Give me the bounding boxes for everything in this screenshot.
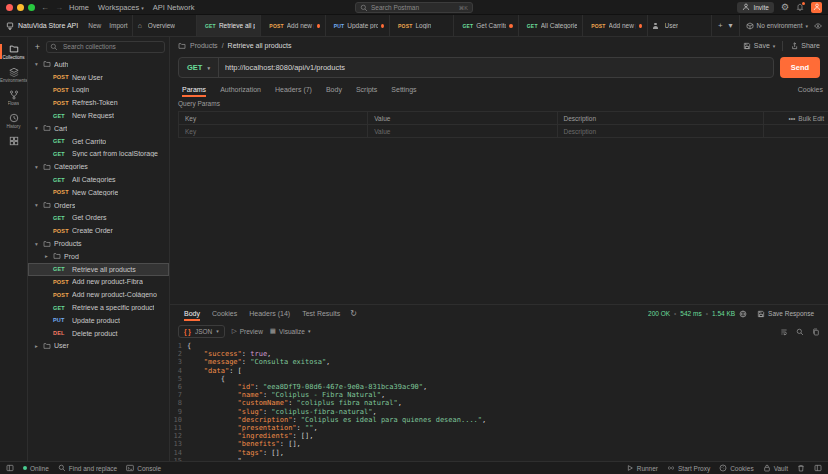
- save-button[interactable]: Save ▾: [743, 42, 775, 50]
- preview-button[interactable]: ▷ Preview: [232, 327, 263, 335]
- wrap-text-icon[interactable]: [780, 322, 788, 340]
- network-info-icon[interactable]: [739, 309, 747, 317]
- tree-item[interactable]: Cart: [28, 122, 169, 135]
- sidebar-toggle-icon[interactable]: [6, 464, 14, 472]
- expand-collapse-icon[interactable]: [33, 202, 40, 208]
- tree-item[interactable]: POST Refresh-Token: [28, 96, 169, 109]
- visualize-button[interactable]: ▦ Visualize ▾: [270, 327, 311, 335]
- invite-button[interactable]: Invite: [737, 2, 774, 13]
- request-config-tab[interactable]: Params: [175, 83, 213, 96]
- search-in-body-icon[interactable]: [796, 322, 804, 340]
- two-pane-layout-icon[interactable]: [814, 464, 822, 472]
- tree-item[interactable]: POST Add new product-Colágeno: [28, 288, 169, 301]
- tree-item[interactable]: GET Retrieve all products: [28, 263, 169, 276]
- tree-item[interactable]: POST Create Order: [28, 224, 169, 237]
- request-tab[interactable]: GET Retrieve all produ: [197, 15, 261, 36]
- save-response-button[interactable]: Save Response: [751, 309, 820, 319]
- collections-search-input[interactable]: [61, 42, 161, 51]
- tree-item[interactable]: Auth: [28, 58, 169, 71]
- settings-gear-icon[interactable]: ⚙: [781, 3, 789, 12]
- request-tab[interactable]: POST Login: [390, 15, 454, 36]
- cookies-button[interactable]: Cookies: [719, 464, 753, 472]
- online-status[interactable]: Online: [23, 465, 49, 472]
- method-select[interactable]: GET ▾: [179, 58, 219, 77]
- param-value-input[interactable]: Value: [368, 125, 557, 137]
- close-window-button[interactable]: [6, 4, 13, 11]
- environment-quick-look-icon[interactable]: [814, 17, 822, 35]
- rail-item-collections[interactable]: Collections: [0, 40, 27, 63]
- workspace-switcher[interactable]: NatuVida Store API: [0, 15, 84, 36]
- tree-item[interactable]: GET New Request: [28, 109, 169, 122]
- minimize-window-button[interactable]: [17, 4, 24, 11]
- tree-item[interactable]: POST New Categorie: [28, 186, 169, 199]
- start-proxy-button[interactable]: Start Proxy: [667, 464, 710, 472]
- trash-button[interactable]: [797, 464, 805, 472]
- menu-api-network[interactable]: API Network: [153, 3, 195, 12]
- tree-item[interactable]: GET Sync cart from localStorage: [28, 148, 169, 161]
- rail-item-environments[interactable]: Environments: [0, 63, 27, 86]
- tree-item[interactable]: Orders: [28, 199, 169, 212]
- response-body-code[interactable]: 1{2 "success": true,3 "message": "Consul…: [170, 340, 828, 461]
- vault-button[interactable]: Vault: [763, 464, 788, 472]
- tree-item[interactable]: User: [28, 340, 169, 353]
- import-button[interactable]: Import: [105, 15, 131, 36]
- request-tab[interactable]: GET All Categories: [519, 15, 583, 36]
- rail-item-more[interactable]: [0, 132, 27, 149]
- tree-item[interactable]: PUT Update product: [28, 314, 169, 327]
- tree-item[interactable]: GET Get Orders: [28, 212, 169, 225]
- expand-collapse-icon[interactable]: [33, 164, 40, 170]
- menu-home[interactable]: Home: [69, 3, 89, 12]
- back-icon[interactable]: ←: [41, 3, 49, 12]
- forward-icon[interactable]: →: [55, 3, 63, 12]
- runner-button[interactable]: Runner: [626, 464, 658, 472]
- tree-item[interactable]: Products: [28, 237, 169, 250]
- rail-item-flows[interactable]: Flows: [0, 86, 27, 109]
- find-replace-button[interactable]: Find and replace: [58, 464, 117, 472]
- tree-item[interactable]: POST Add new product-Fibra: [28, 276, 169, 289]
- param-description-input[interactable]: Description: [558, 125, 764, 137]
- bulk-edit-button[interactable]: ••• Bulk Edit: [764, 112, 828, 124]
- request-tab[interactable]: User: [648, 15, 712, 36]
- add-collection-button[interactable]: +: [32, 42, 43, 52]
- request-tab[interactable]: POST Add new produc: [261, 15, 325, 36]
- maximize-window-button[interactable]: [28, 4, 35, 11]
- avatar[interactable]: [811, 2, 822, 13]
- expand-collapse-icon[interactable]: [43, 253, 50, 259]
- url-input[interactable]: [219, 63, 773, 72]
- share-button[interactable]: Share: [790, 42, 820, 50]
- tree-item[interactable]: GET Get Carrito: [28, 135, 169, 148]
- open-new-tab-button[interactable]: +: [718, 21, 723, 30]
- menu-workspaces[interactable]: Workspaces ▾: [98, 3, 144, 12]
- request-tab[interactable]: Overview: [133, 15, 197, 36]
- breadcrumb-collection[interactable]: Products: [190, 42, 218, 49]
- send-button[interactable]: Send: [780, 57, 820, 78]
- response-tab[interactable]: Cookies: [206, 307, 243, 320]
- environment-selector[interactable]: No environment ▾: [739, 15, 808, 36]
- tree-item[interactable]: Categories: [28, 160, 169, 173]
- request-config-tab[interactable]: Scripts: [349, 83, 384, 96]
- refresh-response-icon[interactable]: ↻: [350, 309, 357, 318]
- rail-item-history[interactable]: History: [0, 109, 27, 132]
- global-search-input[interactable]: Search Postman ⌘K: [355, 2, 473, 13]
- expand-collapse-icon[interactable]: [33, 241, 40, 247]
- request-tab[interactable]: PUT Update produc: [326, 15, 390, 36]
- tree-item[interactable]: DEL Delete product: [28, 327, 169, 340]
- tree-item[interactable]: GET Retrieve a specific product: [28, 301, 169, 314]
- cookies-link[interactable]: Cookies: [798, 86, 823, 93]
- tree-item[interactable]: POST New User: [28, 71, 169, 84]
- request-tab[interactable]: POST Add new produ: [583, 15, 647, 36]
- request-tab[interactable]: GET Get Carrito: [454, 15, 518, 36]
- copy-body-icon[interactable]: [812, 322, 820, 340]
- new-button[interactable]: New: [84, 15, 105, 36]
- params-response-splitter[interactable]: [170, 138, 828, 304]
- tree-item[interactable]: POST Login: [28, 84, 169, 97]
- response-tab[interactable]: Body: [178, 307, 206, 320]
- notifications-bell-icon[interactable]: [796, 3, 804, 11]
- request-config-tab[interactable]: Headers (7): [268, 83, 319, 96]
- param-key-input[interactable]: Key: [179, 125, 368, 137]
- response-tab[interactable]: Test Results: [296, 307, 346, 320]
- response-format-dropdown[interactable]: { } JSON ▾: [178, 325, 225, 338]
- request-config-tab[interactable]: Body: [319, 83, 349, 96]
- console-button[interactable]: Console: [126, 464, 161, 472]
- expand-collapse-icon[interactable]: [33, 125, 40, 131]
